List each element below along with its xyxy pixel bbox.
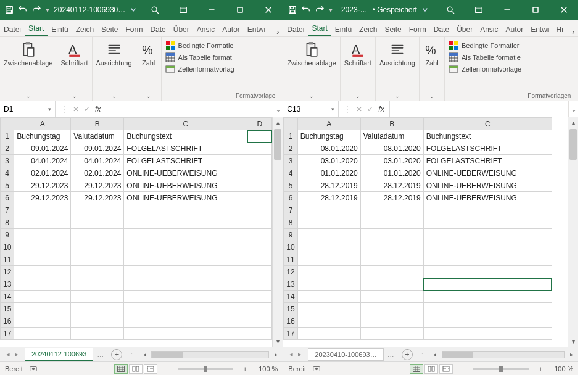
macro-recorder-icon[interactable] bbox=[29, 365, 38, 373]
cell[interactable] bbox=[247, 130, 272, 142]
cell[interactable]: 01.01.2020 bbox=[297, 167, 360, 179]
cell[interactable]: FOLGELASTSCHRIFT bbox=[423, 142, 552, 155]
col-header-C[interactable]: C bbox=[124, 118, 247, 130]
cell[interactable]: 28.12.2019 bbox=[297, 192, 360, 204]
cell[interactable] bbox=[124, 328, 247, 340]
cell[interactable]: FOLGELASTSCHRIFT bbox=[124, 142, 247, 155]
sheet-nav-prev[interactable]: ◂ bbox=[289, 350, 293, 358]
sheet-nav-prev[interactable]: ◂ bbox=[6, 350, 10, 358]
cell[interactable] bbox=[360, 291, 423, 303]
cell[interactable] bbox=[423, 216, 552, 229]
cell[interactable] bbox=[360, 229, 423, 241]
cell[interactable] bbox=[247, 328, 272, 340]
cell[interactable] bbox=[360, 216, 423, 229]
normal-view-button[interactable] bbox=[410, 364, 423, 374]
close-button[interactable] bbox=[254, 0, 283, 20]
cell[interactable]: 03.01.2020 bbox=[297, 155, 360, 167]
sheet-tab[interactable]: 20240112-100693 bbox=[25, 348, 93, 361]
cell[interactable] bbox=[14, 278, 71, 291]
cell[interactable]: 29.12.2023 bbox=[71, 179, 124, 192]
col-header-A[interactable]: A bbox=[14, 118, 71, 130]
row-header[interactable]: 11 bbox=[284, 253, 297, 266]
row-header[interactable]: 14 bbox=[1, 291, 14, 303]
row-header[interactable]: 16 bbox=[284, 315, 297, 328]
sheet-tab[interactable]: 20230410-100693… bbox=[308, 348, 383, 361]
cell[interactable]: 09.01.2024 bbox=[14, 142, 71, 155]
zoom-level[interactable]: 100 % bbox=[253, 365, 278, 373]
sheet-nav-next[interactable]: ▸ bbox=[15, 350, 19, 358]
cell[interactable]: 08.01.2020 bbox=[360, 142, 423, 155]
cell[interactable] bbox=[297, 278, 360, 291]
accept-icon[interactable]: ✓ bbox=[84, 105, 90, 113]
cell[interactable]: 09.01.2024 bbox=[71, 142, 124, 155]
align-button[interactable]: Ausrichtung bbox=[96, 41, 132, 67]
cell[interactable] bbox=[71, 278, 124, 291]
add-sheet-button[interactable]: + bbox=[402, 349, 413, 360]
conditional-formatting-button[interactable]: Bedingte Formatier bbox=[449, 41, 521, 51]
row-header[interactable]: 9 bbox=[1, 229, 14, 241]
row-header[interactable]: 17 bbox=[284, 328, 297, 340]
cell[interactable] bbox=[297, 291, 360, 303]
cell[interactable] bbox=[71, 303, 124, 315]
cell[interactable]: 02.01.2024 bbox=[71, 167, 124, 179]
cell[interactable] bbox=[14, 216, 71, 229]
row-header[interactable]: 8 bbox=[284, 216, 297, 229]
cell[interactable]: 01.01.2020 bbox=[360, 167, 423, 179]
row-header[interactable]: 14 bbox=[284, 291, 297, 303]
sheet-overflow[interactable]: … bbox=[384, 351, 398, 358]
cell[interactable] bbox=[71, 241, 124, 253]
ribbon-tab-date[interactable]: Date bbox=[146, 22, 169, 36]
row-header[interactable]: 16 bbox=[1, 315, 14, 328]
cell[interactable] bbox=[71, 204, 124, 216]
cell[interactable] bbox=[247, 167, 272, 179]
cell[interactable] bbox=[14, 266, 71, 278]
cell[interactable]: 29.12.2023 bbox=[14, 192, 71, 204]
cell[interactable] bbox=[423, 328, 552, 340]
row-header[interactable]: 5 bbox=[1, 179, 14, 192]
undo-icon[interactable] bbox=[302, 6, 310, 14]
cell[interactable]: ONLINE-UEBERWEISUNG bbox=[124, 192, 247, 204]
cell[interactable] bbox=[423, 229, 552, 241]
paste-button[interactable]: Zwischenablage bbox=[4, 41, 53, 67]
cell[interactable] bbox=[297, 204, 360, 216]
cell[interactable] bbox=[124, 291, 247, 303]
cell[interactable] bbox=[247, 142, 272, 155]
page-break-view-button[interactable] bbox=[144, 364, 157, 374]
zoom-out-button[interactable]: − bbox=[459, 365, 463, 373]
font-button[interactable]: A Schriftart bbox=[61, 41, 88, 67]
sheet-grid[interactable]: ABC1BuchungstagValutadatumBuchungstext20… bbox=[283, 117, 568, 347]
formula-input[interactable] bbox=[389, 101, 569, 117]
row-header[interactable]: 10 bbox=[284, 241, 297, 253]
zoom-level[interactable]: 100 % bbox=[549, 365, 573, 373]
cell[interactable] bbox=[71, 229, 124, 241]
cell[interactable]: 29.12.2023 bbox=[14, 179, 71, 192]
fx-icon[interactable]: fx bbox=[95, 105, 101, 113]
cancel-icon[interactable]: ✕ bbox=[356, 105, 362, 113]
cell-styles-button[interactable]: Zellenformatvorlag bbox=[165, 64, 234, 74]
ribbon-tab-über[interactable]: Über bbox=[170, 22, 193, 36]
number-button[interactable]: % Zahl bbox=[140, 41, 157, 67]
cell[interactable] bbox=[297, 216, 360, 229]
col-header-A[interactable]: A bbox=[297, 118, 360, 130]
cell[interactable] bbox=[124, 253, 247, 266]
ribbon-tab-entwi[interactable]: Entwi bbox=[244, 22, 269, 36]
cell[interactable] bbox=[124, 278, 247, 291]
cell[interactable]: Valutadatum bbox=[71, 130, 124, 142]
cell[interactable] bbox=[14, 291, 71, 303]
window-options-icon[interactable] bbox=[465, 0, 493, 20]
row-header[interactable]: 5 bbox=[284, 179, 297, 192]
cell[interactable] bbox=[423, 266, 552, 278]
cell[interactable]: 08.01.2020 bbox=[297, 142, 360, 155]
cell[interactable]: 04.01.2024 bbox=[71, 155, 124, 167]
name-box[interactable]: D1▾ bbox=[0, 101, 56, 117]
fx-icon[interactable]: fx bbox=[378, 105, 384, 113]
cell[interactable] bbox=[14, 229, 71, 241]
normal-view-button[interactable] bbox=[114, 364, 128, 374]
row-header[interactable]: 8 bbox=[1, 216, 14, 229]
cell[interactable]: Buchungstag bbox=[297, 130, 360, 142]
cell[interactable] bbox=[124, 266, 247, 278]
row-header[interactable]: 13 bbox=[1, 278, 14, 291]
sheet-overflow[interactable]: … bbox=[93, 351, 107, 358]
redo-icon[interactable] bbox=[32, 6, 41, 14]
cell[interactable] bbox=[360, 278, 423, 291]
